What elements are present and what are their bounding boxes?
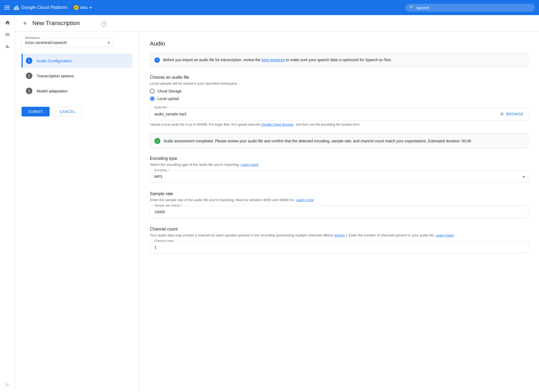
top-navigation: Google Cloud Platform ● Misc ▾ 🔍 (0, 0, 539, 15)
info-text-before: Before you import an audio file for tran… (163, 58, 262, 62)
step-number-2: 2 (26, 73, 32, 79)
audio-file-section: Audio file * audio_sample.mp3 ✕ BROWSE U… (150, 108, 528, 127)
channel-count-section: Channel count Your audio data may includ… (150, 227, 528, 253)
search-input[interactable] (416, 5, 530, 10)
step-label-1: Audio Configuration (37, 59, 72, 63)
best-practices-link[interactable]: best practices (262, 58, 285, 62)
local-upload-radio[interactable]: Local upload (150, 96, 528, 101)
right-panel: Audio i Before you import an audio file … (139, 32, 539, 391)
left-panel: Workspace m1sc-uscentral1/speech/ ▾ ? 1 … (15, 32, 139, 392)
workspace-value: m1sc-uscentral1/speech/ (25, 40, 106, 45)
pricing-link[interactable]: pricing (334, 233, 344, 237)
steps-list: 1 Audio Configuration 2 Transcription op… (22, 54, 132, 98)
sample-rate-title: Sample rate (150, 191, 528, 196)
app-logo: Google Cloud Platform (14, 5, 67, 10)
cloud-storage-radio-circle (150, 89, 155, 94)
choose-audio-desc: Local uploads will be stored in your spe… (150, 81, 528, 85)
encoding-desc: Select the encoding type of the audio fi… (150, 163, 528, 167)
encoding-desc-text: Select the encoding type of the audio fi… (150, 163, 241, 167)
hamburger-menu[interactable] (4, 6, 10, 9)
audio-hint-before: Upload a local audio file of up to 400MB… (150, 123, 261, 126)
step-item-model[interactable]: 3 Model adaptation (22, 84, 132, 98)
success-banner: ✓ Audio assessment completed. Please rev… (150, 133, 528, 149)
channel-count-desc: Your audio data may include a channel fo… (150, 233, 528, 237)
content-body: Workspace m1sc-uscentral1/speech/ ▾ ? 1 … (15, 32, 539, 392)
info-icon: i (154, 57, 160, 63)
step-label-2: Transcription options (37, 74, 74, 78)
sample-rate-desc-text: Enter the sample rate of the audio file … (150, 198, 296, 202)
action-buttons: SUBMIT CANCEL (22, 106, 132, 117)
project-selector[interactable]: ● Misc ▾ (74, 5, 92, 10)
channel-count-input[interactable] (150, 241, 528, 253)
encoding-select-wrapper: Encoding * MP3 LINEAR16 FLAC MULAW ▾ (150, 170, 528, 183)
sidebar: ▷ (0, 15, 15, 392)
logo-text: Google Cloud Platform (21, 5, 67, 10)
local-upload-label: Local upload (157, 97, 179, 101)
main-layout: New Transcription Workspace m1sc-uscentr… (15, 15, 539, 392)
project-icon: ● (74, 5, 79, 10)
sample-rate-section: Sample rate Enter the sample rate of the… (150, 191, 528, 218)
audio-source-radio-group: Cloud Storage Local upload (150, 89, 528, 101)
audio-file-value: audio_sample.mp3 (154, 112, 498, 116)
workspace-selector[interactable]: Workspace m1sc-uscentral1/speech/ ▾ (22, 38, 113, 47)
sample-rate-desc: Enter the sample rate of the audio file … (150, 198, 528, 202)
info-banner-text: Before you import an audio file for tran… (163, 57, 392, 63)
choose-audio-title: Choose an audio file (150, 75, 528, 80)
cloud-storage-radio[interactable]: Cloud Storage (150, 89, 528, 94)
encoding-section: Encoding type Select the encoding type o… (150, 156, 528, 183)
sample-rate-learn-more-link[interactable]: Learn more (296, 198, 314, 202)
audio-section-title: Audio (150, 40, 528, 47)
audio-file-clear-icon[interactable]: ✕ (498, 111, 506, 117)
audio-hint-after: , and then use the preceding file locati… (293, 123, 361, 126)
workspace-dropdown-icon[interactable]: ▾ (108, 40, 110, 45)
sample-rate-input[interactable] (150, 206, 528, 218)
page-title: New Transcription (32, 20, 80, 27)
channel-learn-more-link[interactable]: Learn more (436, 233, 454, 237)
workspace-label: Workspace (24, 36, 41, 39)
project-name: Misc (80, 5, 88, 10)
browse-button[interactable]: BROWSE (506, 112, 524, 116)
info-banner: i Before you import an audio file for tr… (150, 53, 528, 67)
project-dropdown-icon: ▾ (90, 5, 92, 10)
back-button[interactable] (22, 19, 29, 27)
success-icon: ✓ (154, 138, 160, 144)
sample-rate-field-label: Sample rate (Hertz) * (153, 204, 183, 207)
sample-rate-input-wrapper: Sample rate (Hertz) * (150, 206, 528, 218)
success-text: Audio assessment completed. Please revie… (164, 138, 471, 144)
sub-header: New Transcription (15, 15, 539, 32)
encoding-select[interactable]: MP3 LINEAR16 FLAC MULAW (150, 171, 528, 183)
audio-file-label: Audio file * (153, 106, 170, 109)
cloud-storage-label: Cloud Storage (157, 89, 182, 93)
channel-count-field-label: Channel count (153, 239, 175, 242)
encoding-field-label: Encoding * (153, 169, 170, 172)
step-number-3: 3 (26, 88, 32, 94)
submit-button[interactable]: SUBMIT (22, 107, 50, 116)
sidebar-list-icon[interactable] (2, 29, 13, 40)
choose-audio-section: Choose an audio file Local uploads will … (150, 75, 528, 101)
cancel-button[interactable]: CANCEL (53, 106, 82, 117)
encoding-title: Encoding type (150, 156, 528, 161)
logo-icon (14, 5, 19, 10)
workspace-help-icon[interactable]: ? (101, 22, 107, 27)
step-number-1: 1 (26, 57, 32, 64)
sidebar-expand-icon[interactable]: ▷ (2, 379, 13, 390)
step-item-transcription[interactable]: 2 Transcription options (22, 69, 132, 83)
search-icon: 🔍 (410, 5, 414, 10)
channel-desc-middle: ). Enter the number of channels present … (345, 233, 436, 237)
search-bar[interactable]: 🔍 (405, 4, 535, 12)
encoding-learn-more-link[interactable]: Learn more (241, 163, 258, 167)
channel-count-input-wrapper: Channel count (150, 241, 528, 253)
channel-desc-before: Your audio data may include a channel fo… (150, 233, 334, 237)
audio-file-hint: Upload a local audio file of up to 400MB… (150, 122, 528, 127)
info-text-after: to make sure your speech data is optimiz… (285, 58, 392, 62)
sidebar-chart-icon[interactable] (2, 41, 13, 52)
channel-count-title: Channel count (150, 227, 528, 232)
content-wrapper: New Transcription Workspace m1sc-uscentr… (15, 15, 539, 392)
audio-file-field: Audio file * audio_sample.mp3 ✕ BROWSE (150, 108, 528, 121)
local-upload-radio-circle (150, 96, 155, 101)
step-item-audio-config[interactable]: 1 Audio Configuration (22, 54, 132, 68)
step-label-3: Model adaptation (37, 89, 68, 93)
sidebar-home-icon[interactable] (2, 17, 13, 28)
google-cloud-storage-link[interactable]: Google Cloud Storage (261, 123, 293, 126)
